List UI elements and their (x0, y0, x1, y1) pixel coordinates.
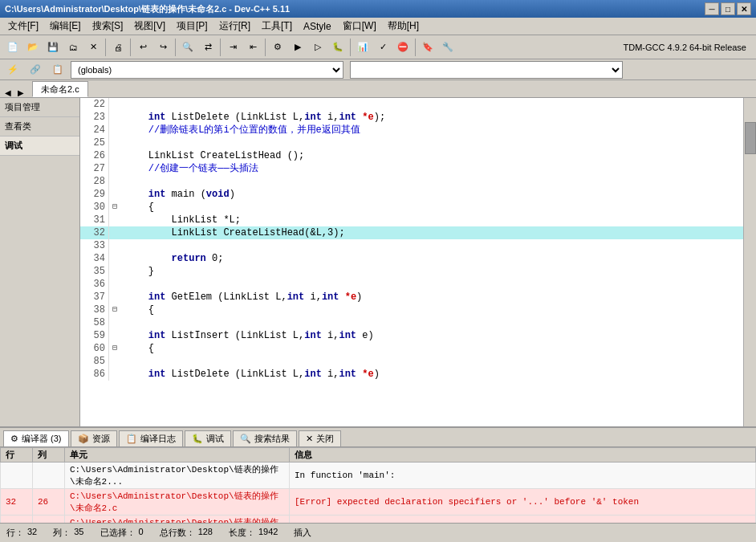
tab-next-button[interactable]: ▶ (16, 88, 26, 97)
vertical-scrollbar[interactable] (743, 98, 756, 426)
tab-nav: ◀ ▶ (3, 88, 26, 97)
new-button[interactable]: 📄 (3, 38, 22, 57)
scrollbar-thumb[interactable] (745, 122, 756, 154)
code-line-36: 36 (80, 278, 756, 291)
status-col: 列： 35 (53, 527, 83, 539)
menu-help[interactable]: 帮助[H] (383, 18, 424, 35)
code-line-85: 85 (80, 355, 756, 368)
menu-astyle[interactable]: AStyle (299, 18, 336, 35)
bottom-tab-debug[interactable]: 🐛 调试 (185, 430, 231, 446)
close-icon: ✕ (306, 434, 313, 444)
bottom-tab-bar: ⚙ 编译器 (3) 📦 资源 📋 编译日志 🐛 调试 🔍 搜索结果 ✕ 关闭 (0, 428, 756, 447)
code-scroll-area[interactable]: 22 23 int ListDelete (LinkList L,int i,i… (80, 98, 756, 426)
scope-btn3[interactable]: 📋 (48, 60, 67, 79)
bottom-tab-search[interactable]: 🔍 搜索结果 (233, 430, 297, 446)
unindent-button[interactable]: ⇤ (243, 38, 262, 57)
menu-project[interactable]: 项目[P] (172, 18, 213, 35)
menu-run[interactable]: 运行[R] (214, 18, 255, 35)
window-controls: ─ □ ✕ (705, 2, 751, 15)
sep4 (220, 39, 221, 56)
sidebar-tab-debug[interactable]: 调试 (0, 137, 79, 156)
code-line-86: 86 int ListDelete (LinkList L,int i,int … (80, 368, 756, 381)
editor-tab-unnamed2[interactable]: 未命名2.c (32, 81, 88, 97)
code-line-23: 23 int ListDelete (LinkList L,int i,int … (80, 111, 756, 124)
code-line-29: 29 int main (void) (80, 188, 756, 201)
stop-button[interactable]: ⛔ (393, 38, 413, 57)
bottom-tab-log[interactable]: 📋 编译日志 (119, 430, 183, 446)
menu-file[interactable]: 文件[F] (3, 18, 43, 35)
menu-bar: 文件[F] 编辑[E] 搜索[S] 视图[V] 项目[P] 运行[R] 工具[T… (0, 18, 756, 35)
profile-button[interactable]: 📊 (353, 38, 372, 57)
menu-window[interactable]: 窗口[W] (338, 18, 381, 35)
compiler-label: TDM-GCC 4.9.2 64-bit Release (617, 43, 753, 52)
status-row: 行： 32 (6, 527, 37, 539)
col-col: 列 (33, 448, 65, 463)
undo-button[interactable]: ↩ (133, 38, 152, 57)
compile-run-button[interactable]: ▷ (308, 38, 327, 57)
scope-toolbar: ⚡ 🔗 📋 (globals) (0, 59, 756, 80)
error-row-1[interactable]: 32 26 C:\Users\Administrator\Desktop\链表的… (1, 489, 756, 516)
find-button[interactable]: 🔍 (178, 38, 197, 57)
replace-button[interactable]: ⇄ (198, 38, 217, 57)
bottom-tab-close[interactable]: ✕ 关闭 (299, 430, 341, 446)
debug-icon: 🐛 (192, 434, 203, 444)
code-line-25: 25 (80, 137, 756, 149)
menu-search[interactable]: 搜索[S] (87, 18, 128, 35)
menu-edit[interactable]: 编辑[E] (45, 18, 86, 35)
maximize-button[interactable]: □ (721, 2, 735, 15)
code-line-35: 35 } (80, 265, 756, 278)
syntax-check-button[interactable]: ✓ (373, 38, 392, 57)
close-button2[interactable]: ✕ (83, 38, 103, 57)
scope-btn1[interactable]: ⚡ (3, 60, 22, 79)
bottom-tab-compiler[interactable]: ⚙ 编译器 (3) (3, 430, 69, 446)
code-line-22: 22 (80, 98, 756, 111)
scope-btn2[interactable]: 🔗 (26, 60, 45, 79)
print-button[interactable]: 🖨 (108, 38, 128, 57)
sep6 (350, 39, 351, 56)
open-button[interactable]: 📂 (23, 38, 43, 57)
status-mode: 插入 (294, 527, 311, 539)
main-toolbar: 📄 📂 💾 🗂 ✕ 🖨 ↩ ↪ 🔍 ⇄ ⇥ ⇤ ⚙ ▶ ▷ 🐛 📊 ✓ ⛔ 🔖 … (0, 35, 756, 59)
col-row: 行 (1, 448, 33, 463)
sep1 (105, 39, 106, 56)
code-line-33: 33 (80, 239, 756, 252)
save-all-button[interactable]: 🗂 (63, 38, 83, 57)
compile-button[interactable]: ⚙ (268, 38, 287, 57)
error-row-2[interactable]: 32 29 C:\Users\Administrator\Desktop\链表的… (1, 516, 756, 524)
scope-select2[interactable] (350, 61, 623, 79)
col-unit: 单元 (65, 448, 290, 463)
sidebar-tab-project[interactable]: 项目管理 (0, 98, 79, 117)
minimize-button[interactable]: ─ (705, 2, 719, 15)
title-bar: C:\Users\Administrator\Desktop\链表的操作\未命名… (0, 0, 756, 18)
code-line-58: 58 (80, 316, 756, 329)
bookmark-button[interactable]: 🔖 (418, 38, 437, 57)
log-icon: 📋 (126, 434, 137, 444)
compiler-icon: ⚙ (10, 434, 18, 444)
bottom-tab-resource[interactable]: 📦 资源 (71, 430, 117, 446)
run-button[interactable]: ▶ (288, 38, 307, 57)
code-line-28: 28 (80, 175, 756, 188)
code-line-38: 38 ⊟ { (80, 304, 756, 316)
error-row-0[interactable]: C:\Users\Administrator\Desktop\链表的操作\未命名… (1, 463, 756, 489)
redo-button[interactable]: ↪ (153, 38, 173, 57)
sep5 (265, 39, 266, 56)
col-message: 信息 (290, 448, 756, 463)
code-editor[interactable]: 22 23 int ListDelete (LinkList L,int i,i… (80, 98, 756, 426)
close-button[interactable]: ✕ (737, 2, 751, 15)
sidebar-tab-class[interactable]: 查看类 (0, 117, 79, 137)
options-button[interactable]: 🔧 (438, 38, 457, 57)
indent-button[interactable]: ⇥ (223, 38, 242, 57)
error-table: 行 列 单元 信息 C:\Users\Administrator\Desktop… (0, 447, 756, 523)
scope-select[interactable]: (globals) (71, 61, 343, 79)
resource-icon: 📦 (78, 434, 89, 444)
save-button[interactable]: 💾 (43, 38, 63, 57)
debug-button[interactable]: 🐛 (328, 38, 348, 57)
app-title: C:\Users\Administrator\Desktop\链表的操作\未命名… (5, 3, 290, 15)
tab-prev-button[interactable]: ◀ (3, 88, 13, 97)
menu-view[interactable]: 视图[V] (129, 18, 170, 35)
menu-tools[interactable]: 工具[T] (257, 18, 297, 35)
sep3 (175, 39, 176, 56)
code-line-27: 27 //创建一个链表——头插法 (80, 162, 756, 175)
search-icon: 🔍 (240, 434, 251, 444)
code-line-31: 31 LinkList *L; (80, 214, 756, 226)
